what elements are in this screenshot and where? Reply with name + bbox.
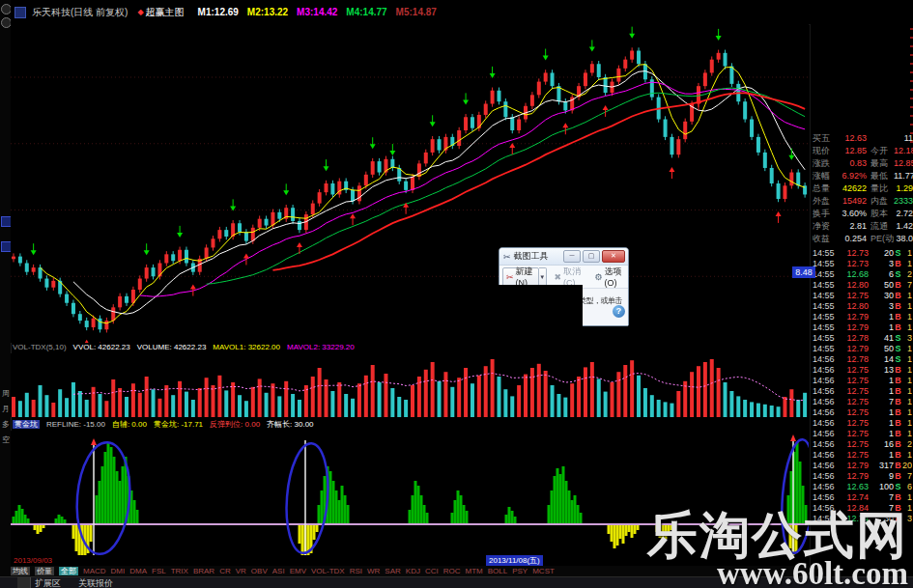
tick-row: 14:5612.747B1 xyxy=(813,492,913,503)
indicator-button-CCI[interactable]: CCI xyxy=(425,567,439,575)
period-button-月[interactable]: 月 xyxy=(1,404,11,414)
tick-price: 12.75 xyxy=(840,407,869,418)
tick-volume: 9 xyxy=(869,471,894,482)
tick-volume: 30 xyxy=(869,514,894,524)
indicator-name[interactable]: 超赢主图 xyxy=(146,6,185,19)
tick-list[interactable]: 14:5512.7320S114:5512.733B114:5512.686S2… xyxy=(813,248,913,524)
ma-values: M1:12.69M2:13.22M3:14.42M4:14.77M5:14.87 xyxy=(198,7,445,17)
tick-row: 14:5612.7814S1 xyxy=(813,354,913,365)
indicator-button-CR[interactable]: CR xyxy=(219,567,231,575)
tick-price: 12.80 xyxy=(840,280,869,291)
quote-value: 2.81 xyxy=(838,220,867,233)
tick-volume: 1 xyxy=(869,376,894,386)
sub-indicator-chart[interactable] xyxy=(11,431,809,564)
dialog-title-bar[interactable]: ✂ 截图工具 ─ ▢ ✕ xyxy=(499,248,628,266)
tick-volume: 1 xyxy=(869,407,894,418)
snip-type-dropdown[interactable]: ▼ xyxy=(539,267,547,287)
tick-volume: 1 xyxy=(869,386,894,397)
cancel-snip-button[interactable]: ✖ 取消(C) xyxy=(551,267,587,287)
indicator-button-均线[interactable]: 均线 xyxy=(11,567,30,575)
tick-row: 14:5512.686S2 xyxy=(813,269,913,280)
minimize-button[interactable]: ─ xyxy=(563,250,581,263)
maximize-button[interactable]: ▢ xyxy=(583,250,600,263)
options-button[interactable]: ⚙ 选项(O) xyxy=(590,267,628,287)
indicator-button-VR[interactable]: VR xyxy=(236,567,246,575)
quote-row: 涨幅6.92%最低11.77 xyxy=(813,170,913,182)
tick-price: 12.79 xyxy=(840,344,869,354)
status-item-扩展区[interactable]: 扩展区 xyxy=(35,578,61,588)
period-button-周[interactable]: 周 xyxy=(1,388,11,399)
header-segment: MAVOL2: 33229.20 xyxy=(287,343,355,351)
indicator-button-MTM[interactable]: MTM xyxy=(465,567,482,575)
tick-direction: B xyxy=(894,301,902,312)
sub-indicator-header: 黄金坑REFLINE: -15.00自辅: 0.00黄金坑: -17.71反弹到… xyxy=(13,420,321,430)
tick-volume: 1 xyxy=(869,312,894,322)
period-button-空[interactable]: 空 xyxy=(1,434,11,445)
indicator-button-DMA[interactable]: DMA xyxy=(129,567,147,575)
quote-row: 换手3.60%股本2.72亿 xyxy=(813,208,913,220)
tick-price: 12.75 xyxy=(840,386,869,397)
indicator-button-ASI[interactable]: ASI xyxy=(272,567,285,575)
tick-count: 1 xyxy=(902,429,912,439)
indicator-button-MCST[interactable]: MCST xyxy=(532,567,555,575)
tick-time: 14:56 xyxy=(813,471,840,482)
header-segment: REFLINE: -15.00 xyxy=(46,420,105,429)
quote-summary: 买五12.6311现价12.85今开12.18涨跌0.83最高12.85涨幅6.… xyxy=(813,132,913,245)
tick-time: 14:55 xyxy=(813,333,840,344)
tick-time: 14:55 xyxy=(813,344,840,354)
indicator-button-ROC[interactable]: ROC xyxy=(443,567,461,575)
status-item-关联报价[interactable]: 关联报价 xyxy=(78,578,113,588)
tick-count: 1 xyxy=(902,450,912,461)
quote-label: 流通 xyxy=(870,220,894,233)
indicator-button-价量[interactable]: 价量 xyxy=(35,567,54,575)
quote-value: 3.60% xyxy=(838,208,867,220)
indicator-button-MACD[interactable]: MACD xyxy=(83,567,106,575)
period-button-多[interactable]: 多 xyxy=(1,419,11,430)
indicator-button-VOL-TDX[interactable]: VOL-TDX xyxy=(311,567,345,575)
tick-count: 1 xyxy=(902,301,912,312)
tick-price: 12.79 xyxy=(840,461,869,471)
quote-label: 最低 xyxy=(870,170,894,182)
indicator-button-DMI[interactable]: DMI xyxy=(111,567,126,575)
tick-volume: 14 xyxy=(869,354,894,365)
indicator-button-RSI[interactable]: RSI xyxy=(350,567,362,575)
indicator-button-PSY[interactable]: PSY xyxy=(512,567,528,575)
quote-label: 净资 xyxy=(813,220,838,233)
tick-time: 14:56 xyxy=(813,439,840,450)
indicator-button-BRAR[interactable]: BRAR xyxy=(193,567,214,575)
quote-value: 1.29 xyxy=(894,182,913,195)
indicator-button-EMV[interactable]: EMV xyxy=(290,567,306,575)
quote-label: 总量 xyxy=(813,182,838,195)
indicator-button-SAR[interactable]: SAR xyxy=(385,567,400,575)
header-segment: 黄金坑: -17.71 xyxy=(154,420,203,429)
date-axis: 2013/09/03 2013/11/08(五) xyxy=(11,555,810,566)
indicator-button-OBV[interactable]: OBV xyxy=(251,567,268,575)
tick-count: 20 xyxy=(902,461,912,471)
tick-count: 1 xyxy=(902,365,912,376)
new-snip-button[interactable]: ✂ 新建(N) xyxy=(502,267,539,287)
tick-volume: 6 xyxy=(869,269,894,280)
volume-indicator-header: VOL-TDX(5,10)VVOL: 42622.23VOLUME: 42622… xyxy=(13,343,361,352)
quote-label: PE(动) xyxy=(870,233,894,245)
quote-row: 涨跌0.83最高12.85 xyxy=(813,157,913,170)
indicator-button-WR[interactable]: WR xyxy=(367,567,380,575)
main-kline-chart[interactable] xyxy=(11,24,809,343)
indicator-button-TRIX[interactable]: TRIX xyxy=(171,567,188,575)
tick-row: 14:5612.799B7 xyxy=(813,471,913,482)
tick-time: 14:56 xyxy=(813,450,840,461)
quote-value: 1.42亿 xyxy=(894,220,913,233)
tick-volume: 50 xyxy=(869,344,894,354)
quote-label: 涨跌 xyxy=(813,157,838,170)
close-button[interactable]: ✕ xyxy=(602,250,625,263)
quote-label: 现价 xyxy=(813,145,838,157)
indicator-button-KDJ[interactable]: KDJ xyxy=(406,567,420,575)
indicator-button-FSL[interactable]: FSL xyxy=(152,567,166,575)
volume-chart[interactable] xyxy=(11,353,809,417)
options-label: 选项(O) xyxy=(604,266,624,288)
help-icon[interactable]: ? xyxy=(613,305,625,318)
tick-volume: 317 xyxy=(869,461,894,471)
header-segment: 自辅: 0.00 xyxy=(112,420,147,429)
indicator-button-全部[interactable]: 全部 xyxy=(59,567,78,575)
resize-corner-icon[interactable] xyxy=(17,577,31,588)
indicator-button-BOLL[interactable]: BOLL xyxy=(488,567,507,575)
